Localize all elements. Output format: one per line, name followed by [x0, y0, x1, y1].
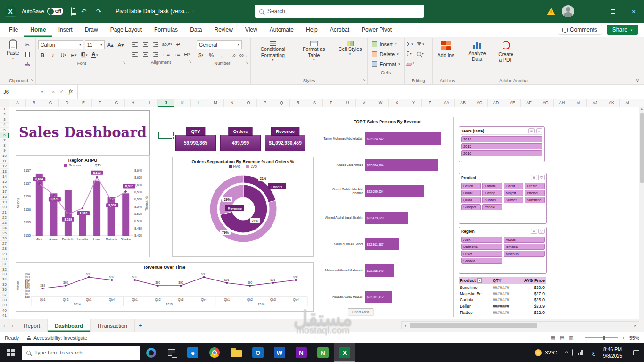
taskbar-search-input[interactable]: Type here to search [22, 346, 140, 360]
row-header-23[interactable]: 23 [0, 221, 9, 226]
row-header-11[interactable]: 11 [0, 158, 9, 164]
row-header-5[interactable]: 5 [0, 128, 9, 133]
slicer-item-ismailia[interactable]: Ismailia [504, 244, 545, 250]
row-header-32[interactable]: 32 [0, 267, 9, 272]
column-header-Z[interactable]: Z [422, 99, 438, 107]
sort-filter-button[interactable]: ▾ [417, 40, 424, 49]
taskbar-app-chrome[interactable] [204, 343, 225, 362]
ribbon-tab-power-pivot[interactable]: Power Pivot [355, 23, 398, 37]
column-header-AK[interactable]: AK [603, 99, 620, 107]
redo-icon[interactable]: ↷ [94, 8, 103, 15]
dialog-launcher-icon[interactable]: ↘ [245, 60, 248, 65]
column-header-O[interactable]: O [240, 99, 257, 107]
sheet-tab-dashboard[interactable]: Dashboard [48, 319, 91, 332]
row-header-28[interactable]: 28 [0, 246, 9, 251]
account-avatar[interactable] [562, 5, 574, 17]
taskbar-clock[interactable]: 8:46 PM 9/8/2025 [597, 346, 628, 359]
minimize-button[interactable]: — [582, 0, 603, 23]
column-header-T[interactable]: T [323, 99, 339, 107]
taskbar-app-edge[interactable]: e [182, 343, 204, 362]
column-header-Y[interactable]: Y [405, 99, 422, 107]
selected-cell[interactable] [158, 132, 174, 139]
ribbon-tab-draw[interactable]: Draw [79, 23, 104, 37]
filter-icon[interactable]: ▼ [477, 278, 482, 283]
row-header-19[interactable]: 19 [0, 200, 9, 205]
start-button[interactable] [0, 343, 22, 362]
comments-button[interactable]: Comments [558, 25, 602, 35]
cell-styles-button[interactable]: Cell Styles▾ [335, 39, 365, 57]
taskbar-app-file-explorer[interactable] [225, 343, 247, 362]
page-layout-view-icon[interactable]: ▤ [560, 335, 564, 341]
analyze-data-button[interactable]: Analyze Data [465, 39, 489, 63]
slicer-item-sunbell[interactable]: Sunbell [482, 197, 502, 203]
revenue-bar[interactable]: $22,261,412 [365, 291, 392, 303]
ribbon-tab-formulas[interactable]: Formulas [148, 23, 184, 37]
format-cells-button[interactable]: Format▾ [370, 59, 401, 69]
column-header-S[interactable]: S [306, 99, 323, 107]
row-header-4[interactable]: 4 [0, 123, 9, 128]
slicer-item-aswan[interactable]: Aswan [504, 237, 545, 243]
normal-view-icon[interactable]: ▦ [550, 335, 555, 341]
column-header-AJ[interactable]: AJ [587, 99, 603, 107]
column-header-D[interactable]: D [59, 99, 75, 107]
copy-button[interactable] [23, 50, 32, 58]
accessibility-status[interactable]: Accessibility: Investigate [26, 335, 87, 341]
restore-button[interactable] [603, 0, 623, 23]
page-break-view-icon[interactable]: ▥ [569, 335, 573, 341]
column-header-F[interactable]: F [92, 99, 108, 107]
font-name-select[interactable]: Calibri▾ [38, 40, 83, 49]
revenue-bar[interactable]: $22,924,642 [365, 132, 441, 145]
font-size-select[interactable]: 11▾ [85, 40, 105, 49]
row-header-6[interactable]: 6 [0, 133, 9, 138]
row-header-14[interactable]: 14 [0, 174, 9, 179]
taskbar-app-word[interactable]: W [269, 343, 290, 362]
create-pdf-button[interactable]: Create a PDF [495, 39, 517, 64]
row-header-31[interactable]: 31 [0, 262, 9, 267]
collapse-ribbon-icon[interactable]: ∨ [636, 78, 639, 83]
row-header-40[interactable]: 40 [0, 308, 9, 313]
row-header-2[interactable]: 2 [0, 112, 9, 117]
find-select-button[interactable]: ▾ [417, 49, 424, 58]
clear-filter-icon[interactable]: ▽ [538, 229, 545, 234]
cortana-button[interactable] [140, 343, 161, 362]
column-header-AB[interactable]: AB [455, 99, 471, 107]
row-header-21[interactable]: 21 [0, 210, 9, 215]
language-indicator[interactable]: ع [590, 350, 598, 356]
vertical-scrollbar[interactable]: ▴ [639, 107, 644, 319]
formula-input[interactable] [78, 85, 644, 99]
column-header-K[interactable]: K [174, 99, 191, 107]
column-header-J[interactable]: J [158, 99, 174, 107]
align-right-button[interactable] [151, 50, 160, 58]
scroll-right-icon[interactable]: ▸ [632, 323, 639, 328]
row-header-3[interactable]: 3 [0, 117, 9, 123]
undo-icon[interactable]: ↶ [79, 8, 89, 15]
revenue-bar[interactable]: $22,361,987 [365, 238, 399, 250]
column-header-AI[interactable]: AI [570, 99, 587, 107]
slicer-item-bellen[interactable]: Bellen [461, 183, 481, 189]
row-header-34[interactable]: 34 [0, 277, 9, 282]
taskbar-app-outlook[interactable]: O [247, 343, 269, 362]
column-header-AE[interactable]: AE [504, 99, 521, 107]
row-header-30[interactable]: 30 [0, 256, 9, 262]
borders-button[interactable]: ⊞▾ [69, 51, 78, 59]
align-bottom-button[interactable] [151, 40, 160, 49]
slicer-item-sunshine[interactable]: Sunshine [525, 197, 545, 203]
row-header-24[interactable]: 24 [0, 226, 9, 231]
fill-color-button[interactable]: ◧▾ [80, 51, 89, 59]
dialog-launcher-icon[interactable]: ↘ [189, 59, 192, 64]
ribbon-tab-file[interactable]: File [3, 23, 24, 37]
enter-icon[interactable]: ✓ [59, 89, 64, 95]
align-left-button[interactable] [131, 50, 140, 58]
ribbon-tab-view[interactable]: View [239, 23, 264, 37]
fill-button[interactable]: ↓▾ [407, 49, 414, 58]
row-header-35[interactable]: 35 [0, 282, 9, 288]
column-header-AC[interactable]: AC [471, 99, 488, 107]
horizontal-scrollbar[interactable]: ◂ ▸ [401, 321, 639, 329]
column-header-Q[interactable]: Q [273, 99, 290, 107]
column-header-E[interactable]: E [75, 99, 92, 107]
column-header-AG[interactable]: AG [537, 99, 554, 107]
autosum-button[interactable]: Σ▾ [407, 40, 414, 49]
insert-function-button[interactable]: fx [69, 88, 73, 95]
column-header-AD[interactable]: AD [488, 99, 504, 107]
dialog-launcher-icon[interactable]: ↘ [30, 78, 33, 82]
